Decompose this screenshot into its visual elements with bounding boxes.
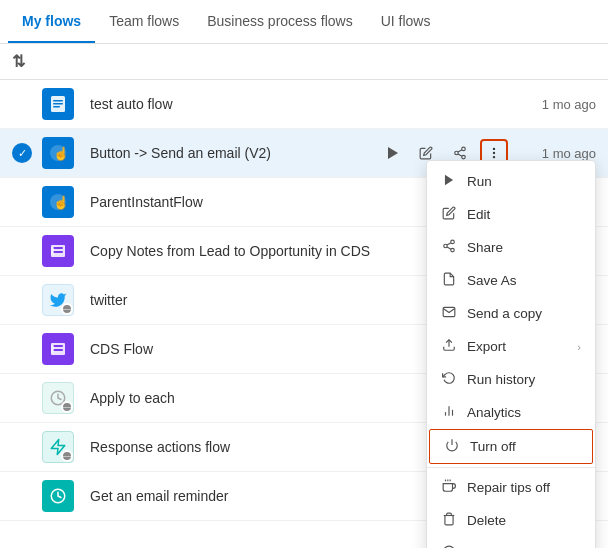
flow-name: Button -> Send an email (V2): [82, 145, 378, 161]
flow-icon: —: [42, 382, 74, 414]
table-header: ⇅: [0, 44, 608, 80]
svg-line-10: [458, 154, 462, 156]
check-circle: ✓: [12, 143, 32, 163]
svg-rect-3: [53, 106, 60, 108]
svg-rect-18: [53, 247, 63, 249]
menu-item-details[interactable]: Details: [427, 537, 595, 548]
svg-point-13: [493, 152, 495, 154]
turn-off-icon: [444, 438, 460, 455]
edit-label: Edit: [467, 207, 581, 222]
flow-icon: [42, 333, 74, 365]
flow-icon: [42, 88, 74, 120]
svg-rect-19: [53, 251, 63, 253]
menu-item-repair-tips[interactable]: Repair tips off: [427, 471, 595, 504]
turn-off-label: Turn off: [470, 439, 578, 454]
svg-marker-27: [445, 175, 453, 186]
delete-label: Delete: [467, 513, 581, 528]
flow-modified: 1 mo ago: [516, 97, 596, 112]
analytics-icon: [441, 404, 457, 421]
flow-row[interactable]: test auto flow1 mo ago: [0, 80, 608, 129]
svg-marker-6: [388, 147, 398, 159]
sort-icon: ⇅: [12, 52, 42, 71]
repair-tips-label: Repair tips off: [467, 480, 581, 495]
icon-col: —: [42, 284, 82, 316]
icon-col: ☝: [42, 186, 82, 218]
icon-col: [42, 88, 82, 120]
tab-team-flows[interactable]: Team flows: [95, 1, 193, 43]
save-as-label: Save As: [467, 273, 581, 288]
menu-item-save-as[interactable]: Save As: [427, 264, 595, 297]
menu-item-send-copy[interactable]: Send a copy: [427, 297, 595, 330]
share-label: Share: [467, 240, 581, 255]
edit-icon: [441, 206, 457, 223]
svg-point-12: [493, 148, 495, 150]
run-history-icon: [441, 371, 457, 388]
flow-icon: [42, 235, 74, 267]
icon-col: —: [42, 382, 82, 414]
menu-item-run[interactable]: Run: [427, 165, 595, 198]
svg-rect-20: [51, 247, 54, 255]
context-menu: RunEditShareSave AsSend a copyExport›Run…: [426, 160, 596, 548]
share-icon: [441, 239, 457, 256]
flow-icon: [42, 480, 74, 512]
analytics-label: Analytics: [467, 405, 581, 420]
menu-item-share[interactable]: Share: [427, 231, 595, 264]
svg-rect-22: [53, 345, 63, 347]
svg-text:☝: ☝: [53, 194, 67, 211]
svg-point-8: [455, 151, 459, 155]
flow-name: test auto flow: [82, 96, 516, 112]
svg-line-32: [447, 243, 451, 245]
icon-col: —: [42, 431, 82, 463]
row-check[interactable]: ✓: [12, 143, 42, 163]
send-copy-icon: [441, 305, 457, 322]
menu-item-delete[interactable]: Delete: [427, 504, 595, 537]
icon-col: [42, 480, 82, 512]
run-button[interactable]: [378, 139, 406, 167]
menu-item-edit[interactable]: Edit: [427, 198, 595, 231]
run-label: Run: [467, 174, 581, 189]
menu-item-export[interactable]: Export›: [427, 330, 595, 363]
run-icon: [441, 173, 457, 190]
flow-icon: —: [42, 431, 74, 463]
svg-line-31: [447, 247, 451, 249]
svg-point-14: [493, 156, 495, 158]
svg-rect-2: [53, 103, 63, 105]
svg-rect-23: [53, 349, 63, 351]
flow-icon: —: [42, 284, 74, 316]
svg-text:☝: ☝: [53, 145, 67, 162]
repair-tips-icon: [441, 479, 457, 496]
tab-my-flows[interactable]: My flows: [8, 1, 95, 43]
export-label: Export: [467, 339, 567, 354]
top-navigation: My flowsTeam flowsBusiness process flows…: [0, 0, 608, 44]
flow-icon: ☝: [42, 137, 74, 169]
icon-col: [42, 235, 82, 267]
svg-line-11: [458, 150, 462, 152]
menu-item-turn-off[interactable]: Turn off: [429, 429, 593, 464]
menu-item-analytics[interactable]: Analytics: [427, 396, 595, 429]
svg-point-7: [462, 147, 466, 151]
tab-business-process-flows[interactable]: Business process flows: [193, 1, 367, 43]
run-history-label: Run history: [467, 372, 581, 387]
flow-icon: ☝: [42, 186, 74, 218]
svg-rect-24: [51, 345, 54, 353]
save-as-icon: [441, 272, 457, 289]
svg-point-28: [451, 240, 455, 244]
menu-item-run-history[interactable]: Run history: [427, 363, 595, 396]
flow-modified: 1 mo ago: [516, 146, 596, 161]
svg-point-29: [444, 244, 448, 248]
delete-icon: [441, 512, 457, 529]
svg-point-30: [451, 248, 455, 252]
send-copy-label: Send a copy: [467, 306, 581, 321]
icon-col: [42, 333, 82, 365]
submenu-chevron-icon: ›: [577, 341, 581, 353]
svg-rect-1: [53, 100, 63, 102]
icon-col: ☝: [42, 137, 82, 169]
tab-ui-flows[interactable]: UI flows: [367, 1, 445, 43]
export-icon: [441, 338, 457, 355]
svg-point-9: [462, 155, 466, 159]
